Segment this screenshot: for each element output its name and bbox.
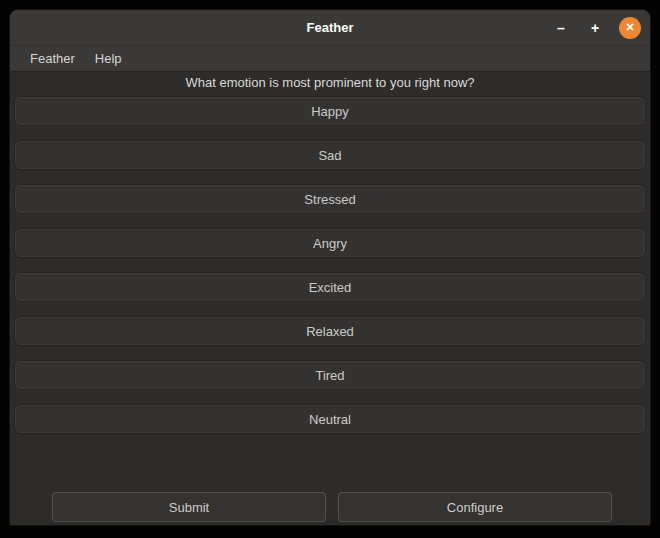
app-window: Feather – + ✕ Feather Help What emotion … — [10, 10, 650, 525]
close-button[interactable]: ✕ — [619, 17, 641, 39]
emotion-button-angry[interactable]: Angry — [14, 228, 646, 258]
menu-feather[interactable]: Feather — [20, 46, 85, 71]
submit-button[interactable]: Submit — [52, 492, 326, 522]
emotion-button-stressed[interactable]: Stressed — [14, 184, 646, 214]
maximize-button[interactable]: + — [585, 17, 605, 39]
emotion-button-excited[interactable]: Excited — [14, 272, 646, 302]
titlebar[interactable]: Feather – + ✕ — [10, 10, 650, 46]
main-content: What emotion is most prominent to you ri… — [10, 72, 650, 522]
menu-help[interactable]: Help — [85, 46, 132, 71]
window-controls: – + ✕ — [551, 10, 641, 45]
desktop-background: Feather – + ✕ Feather Help What emotion … — [0, 0, 660, 538]
emotion-button-happy[interactable]: Happy — [14, 96, 646, 126]
emotion-button-neutral[interactable]: Neutral — [14, 404, 646, 434]
minimize-button[interactable]: – — [551, 17, 571, 39]
emotion-button-sad[interactable]: Sad — [14, 140, 646, 170]
question-label: What emotion is most prominent to you ri… — [10, 72, 650, 96]
menubar: Feather Help — [10, 46, 650, 72]
close-icon: ✕ — [625, 22, 634, 33]
configure-button[interactable]: Configure — [338, 492, 612, 522]
emotion-button-tired[interactable]: Tired — [14, 360, 646, 390]
action-row: Submit Configure — [52, 492, 612, 522]
emotion-button-relaxed[interactable]: Relaxed — [14, 316, 646, 346]
